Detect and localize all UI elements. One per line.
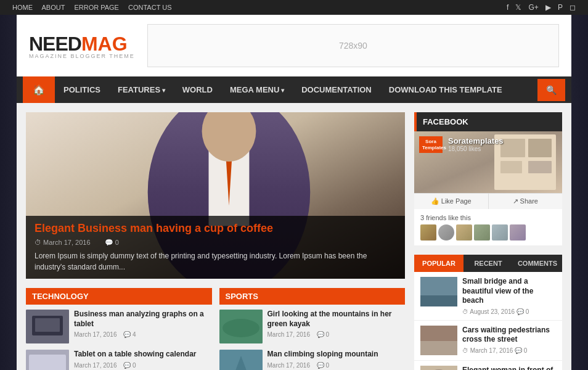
- nav-about[interactable]: ABOUT: [41, 4, 65, 11]
- site-header: NEEDMAG MAGAZINE BLOGGER THEME 728x90: [17, 15, 571, 76]
- popular-post-3[interactable]: Elegant woman in front of a waterfall ⏱ …: [414, 361, 562, 370]
- tech-post-1-date: March 17, 2016: [74, 331, 117, 338]
- fb-logo: Sora Templates: [419, 136, 443, 153]
- svg-rect-7: [35, 318, 60, 332]
- facebook-preview: Sora Templates Soratemplates 18,050 like…: [414, 131, 562, 193]
- svg-rect-21: [420, 295, 457, 306]
- popular-post-1-meta: ⏱ August 23, 2016 💬 0: [462, 308, 556, 315]
- fb-brand-likes: 18,050 likes: [448, 146, 504, 152]
- nav-mega-menu[interactable]: MEGA MENU: [221, 78, 293, 102]
- facebook-share-button[interactable]: ↗ Share: [489, 194, 563, 209]
- popular-post-1[interactable]: Small bridge and a beautiful view of the…: [414, 272, 562, 321]
- header-ad-banner: 728x90: [147, 24, 559, 67]
- tech-post-1-comments: 💬 4: [123, 331, 141, 338]
- main-navbar: 🏠 POLITICS FEATURES WORLD MEGA MENU DOCU…: [17, 76, 571, 103]
- nav-error[interactable]: ERROR PAGE: [74, 4, 119, 11]
- nav-search-button[interactable]: 🔍: [537, 79, 565, 101]
- popular-post-1-title: Small bridge and a beautiful view of the…: [462, 277, 556, 306]
- facebook-actions: 👍 Like Page ↗ Share: [414, 193, 562, 209]
- tech-post-1-meta: March 17, 2016 💬 4: [74, 331, 212, 338]
- pinterest-icon[interactable]: P: [558, 3, 563, 12]
- friend-avatar-4: [474, 224, 490, 240]
- tech-post-2-meta: March 17, 2016 💬 0: [74, 362, 212, 369]
- featured-post[interactable]: Elegant Business man having a cup of cof…: [26, 112, 405, 279]
- nav-download-template[interactable]: DOWNLOAD THIS TEMPLATE: [380, 78, 511, 102]
- nav-features[interactable]: FEATURES: [109, 78, 174, 102]
- tech-post-1-title: Business man analyzing graphs on a table…: [74, 310, 212, 329]
- tech-post-2[interactable]: Tablet on a table showing calendar March…: [26, 350, 212, 370]
- topbar-nav[interactable]: HOME ABOUT ERROR PAGE CONTACT US: [12, 4, 179, 11]
- popular-thumb-3: [420, 366, 457, 370]
- sports-post-1-meta: March 17, 2016 💬 0: [267, 331, 406, 338]
- logo-subtitle: MAGAZINE BLOGGER THEME: [29, 53, 135, 59]
- tab-popular[interactable]: POPULAR: [414, 255, 463, 272]
- featured-comments: 💬 0: [105, 239, 125, 246]
- sports-post-1-title: Girl looking at the mountains in her gre…: [267, 310, 406, 329]
- tech-post-1[interactable]: Business man analyzing graphs on a table…: [26, 310, 212, 343]
- gplus-icon[interactable]: G+: [528, 3, 538, 12]
- sports-post-1-info: Girl looking at the mountains in her gre…: [267, 310, 406, 338]
- nav-world[interactable]: WORLD: [174, 78, 221, 102]
- svg-point-11: [223, 319, 259, 337]
- two-col-sections: TECHNOLOGY Business man analyzing graphs…: [26, 288, 405, 370]
- tab-comments[interactable]: COMMENTS: [513, 255, 562, 272]
- fb-brand-name: Soratemplates: [448, 136, 504, 146]
- nav-politics[interactable]: POLITICS: [55, 78, 109, 102]
- fb-brand: Soratemplates 18,050 likes: [448, 136, 504, 152]
- nav-documentation[interactable]: DOCUMENTATION: [293, 78, 380, 102]
- popular-thumb-2: [420, 326, 457, 355]
- sports-thumb-1: [219, 310, 263, 343]
- sports-header: SPORTS: [219, 288, 406, 305]
- sports-post-2-date: March 17, 2016: [267, 362, 311, 369]
- sports-post-2-comments: 💬 0: [317, 362, 334, 369]
- popular-post-3-info: Elegant woman in front of a waterfall ⏱ …: [462, 366, 556, 370]
- featured-caption: Elegant Business man having a cup of cof…: [26, 216, 405, 279]
- svg-rect-16: [500, 139, 525, 157]
- nav-home[interactable]: HOME: [12, 4, 33, 11]
- content-column: Elegant Business man having a cup of cof…: [26, 112, 405, 370]
- friend-avatar-5: [492, 224, 508, 240]
- technology-header: TECHNOLOGY: [26, 288, 212, 305]
- main-area: Elegant Business man having a cup of cof…: [17, 103, 571, 370]
- tech-post-2-date: March 17, 2016: [74, 362, 117, 369]
- facebook-avatars: [420, 224, 556, 240]
- popular-thumb-1: [420, 277, 457, 306]
- featured-date: ⏱ March 17, 2016: [35, 239, 97, 246]
- popular-post-2-title: Cars waiting pedestrians cross the stree…: [462, 326, 556, 345]
- facebook-friends: 3 friends like this: [414, 209, 562, 245]
- svg-rect-23: [420, 326, 457, 341]
- technology-section: TECHNOLOGY Business man analyzing graphs…: [26, 288, 212, 370]
- facebook-like-button[interactable]: 👍 Like Page: [414, 194, 489, 209]
- featured-title: Elegant Business man having a cup of cof…: [35, 222, 396, 235]
- friend-avatar-3: [456, 224, 472, 240]
- topbar: HOME ABOUT ERROR PAGE CONTACT US f 𝕏 G+ …: [0, 0, 588, 15]
- nav-contact[interactable]: CONTACT US: [128, 4, 172, 11]
- facebook-widget: FACEBOOK: [414, 112, 562, 245]
- popular-post-2-info: Cars waiting pedestrians cross the stree…: [462, 326, 556, 354]
- twitter-icon[interactable]: 𝕏: [515, 3, 521, 12]
- popular-post-2[interactable]: Cars waiting pedestrians cross the stree…: [414, 321, 562, 361]
- logo-need: NEED: [29, 33, 81, 55]
- sports-post-2-info: Man climbing sloping mountain March 17, …: [267, 350, 406, 369]
- sports-post-1-date: March 17, 2016: [267, 331, 311, 338]
- svg-rect-17: [500, 161, 522, 173]
- sports-post-2-meta: March 17, 2016 💬 0: [267, 362, 406, 369]
- sports-post-2-title: Man climbing sloping mountain: [267, 350, 406, 360]
- friend-avatar-2: [438, 224, 454, 240]
- youtube-icon[interactable]: ▶: [545, 3, 551, 12]
- site-logo[interactable]: NEEDMAG MAGAZINE BLOGGER THEME: [29, 33, 135, 59]
- sports-post-2[interactable]: Man climbing sloping mountain March 17, …: [219, 350, 406, 370]
- friend-avatar-1: [420, 224, 436, 240]
- popular-post-3-title: Elegant woman in front of a waterfall: [462, 366, 556, 370]
- tech-thumb-1: [26, 310, 69, 343]
- tech-post-1-info: Business man analyzing graphs on a table…: [74, 310, 212, 338]
- nav-home-icon[interactable]: 🏠: [23, 76, 55, 103]
- tab-recent[interactable]: RECENT: [463, 255, 513, 272]
- popular-tabs: POPULAR RECENT COMMENTS: [414, 255, 562, 272]
- tech-post-2-info: Tablet on a table showing calendar March…: [74, 350, 212, 369]
- instagram-icon[interactable]: ◻: [570, 3, 576, 12]
- sports-post-1[interactable]: Girl looking at the mountains in her gre…: [219, 310, 406, 343]
- tech-thumb-2: [26, 350, 69, 370]
- facebook-icon[interactable]: f: [507, 3, 508, 12]
- tech-post-2-comments: 💬 0: [123, 362, 141, 369]
